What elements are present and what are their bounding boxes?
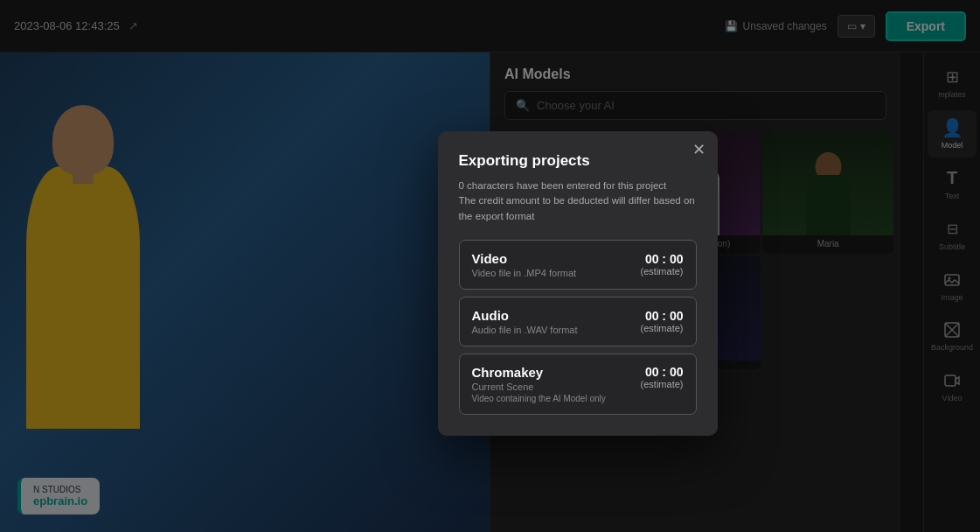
chromakey-option-desc: Current Scene <box>472 382 641 392</box>
video-time-block: 00 : 00 (estimate) <box>641 252 684 276</box>
video-option-desc: Video file in .MP4 format <box>472 268 641 278</box>
chromakey-time-block: 00 : 00 (estimate) <box>641 365 684 389</box>
chromakey-desc-block: Chromakey Current Scene Video containing… <box>472 365 641 403</box>
chromakey-time-label: (estimate) <box>641 379 684 389</box>
chromakey-option-name: Chromakey <box>472 365 641 380</box>
export-option-video-left: Video Video file in .MP4 format <box>472 251 641 278</box>
audio-time-block: 00 : 00 (estimate) <box>641 309 684 333</box>
video-option-name: Video <box>472 251 641 266</box>
modal-overlay: ✕ Exporting projects 0 characters have b… <box>0 0 980 532</box>
audio-time: 00 : 00 <box>641 309 684 323</box>
video-time: 00 : 00 <box>641 252 684 266</box>
audio-option-name: Audio <box>472 308 641 323</box>
audio-option-desc: Audio file in .WAV format <box>472 325 641 335</box>
modal-desc-line1: 0 characters have been entered for this … <box>459 178 697 193</box>
export-option-audio-left: Audio Audio file in .WAV format <box>472 308 641 335</box>
video-time-label: (estimate) <box>641 266 684 276</box>
audio-time-label: (estimate) <box>641 323 684 333</box>
modal-description: 0 characters have been entered for this … <box>459 178 697 224</box>
chromakey-top: Chromakey Current Scene Video containing… <box>472 365 684 403</box>
modal-close-button[interactable]: ✕ <box>692 142 705 158</box>
modal-desc-line2: The credit amount to be deducted will di… <box>459 193 697 224</box>
chromakey-option-desc2: Video containing the AI Model only <box>472 394 641 403</box>
modal-title: Exporting projects <box>459 152 697 170</box>
chromakey-time: 00 : 00 <box>641 365 684 379</box>
export-option-chromakey[interactable]: Chromakey Current Scene Video containing… <box>459 354 697 415</box>
export-option-audio[interactable]: Audio Audio file in .WAV format 00 : 00 … <box>459 297 697 346</box>
export-modal: ✕ Exporting projects 0 characters have b… <box>438 131 718 436</box>
export-option-video[interactable]: Video Video file in .MP4 format 00 : 00 … <box>459 240 697 290</box>
